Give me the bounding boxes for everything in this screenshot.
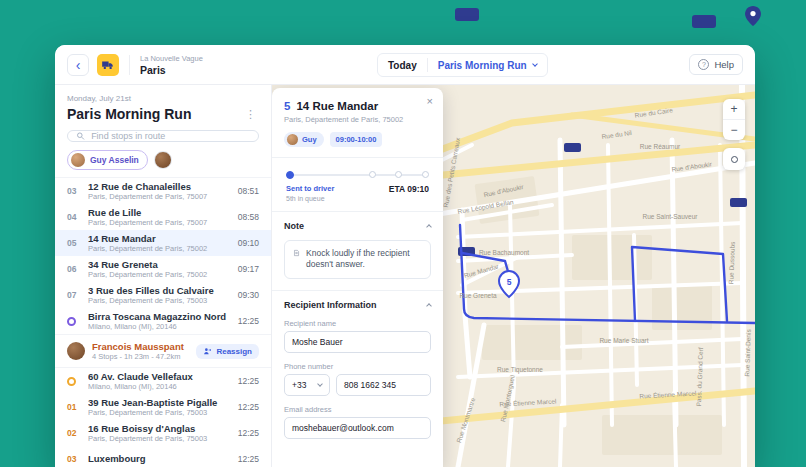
stop-number (67, 377, 81, 386)
kebab-menu-icon[interactable]: ⋮ (242, 108, 259, 121)
org-city: Paris (140, 64, 203, 76)
chevron-up-icon (426, 303, 432, 309)
driver-chip-guy-asselin[interactable]: Guy Asselin (67, 150, 148, 170)
map-canvas[interactable]: Rue de CléryRue du CaireRue du NilRue d'… (272, 85, 755, 467)
stop-eta-time: 08:51 (238, 186, 259, 196)
stop-name: 39 Rue Jean-Baptiste Pigalle (88, 397, 231, 408)
email-address-field[interactable]: moshebauer@outlook.com (284, 417, 431, 439)
recipient-name-field[interactable]: Moshe Bauer (284, 331, 431, 353)
stop-eta-time: 12:25 (238, 402, 259, 412)
top-bar: ‹ La Nouvelle Vague Paris Today Paris Mo… (55, 45, 755, 85)
stop-row[interactable]: 0634 Rue GrenetaParis, Département de Pa… (55, 256, 271, 282)
reassign-button[interactable]: Reassign (196, 344, 259, 359)
stop-address: Paris, Département de Paris, 75003 (88, 434, 231, 443)
map-pin-icon (745, 6, 761, 26)
stop-row[interactable]: 03Luxembourg12:25 (55, 446, 271, 467)
avatar (71, 153, 85, 167)
search-icon (76, 131, 85, 141)
queue-position: 5th in queue (286, 195, 334, 202)
phone-number-label: Phone number (284, 362, 431, 371)
route-title: Paris Morning Run (67, 106, 191, 122)
stop-address: Paris, Département de Paris, 75002 (88, 244, 231, 253)
stop-name: 60 Av. Claude Vellefaux (88, 371, 231, 382)
chevron-down-icon (317, 381, 323, 387)
org-block[interactable]: La Nouvelle Vague Paris (140, 54, 203, 76)
content-area: Monday, July 21st Paris Morning Run ⋮ Gu… (55, 85, 755, 467)
stepper-node (422, 171, 429, 178)
driver-filter-chips: Guy Asselin (67, 150, 259, 170)
stop-number: 06 (67, 264, 81, 274)
stop-name: 3 Rue des Filles du Calvaire (88, 285, 231, 296)
route-dropdown[interactable]: Paris Morning Run (438, 60, 537, 71)
sidebar-header: Monday, July 21st Paris Morning Run ⋮ (55, 85, 271, 122)
assigned-driver-chip[interactable]: Guy (284, 132, 324, 147)
avatar (67, 342, 85, 360)
marker-number: 5 (507, 277, 512, 287)
recipient-section-header[interactable]: Recipient Information (272, 291, 443, 319)
email-address-label: Email address (284, 405, 431, 414)
stop-address: Paris, Département de Paris, 75007 (88, 192, 231, 201)
driver-chip-francois-avatar[interactable] (154, 151, 172, 169)
yellow-pin-icon (67, 377, 76, 386)
stop-eta-time: 12:25 (238, 316, 259, 326)
stop-search[interactable] (67, 130, 259, 142)
chevron-up-icon (426, 224, 432, 230)
street-label: Rue Saint-Sauveur (643, 213, 699, 220)
stop-list-primary: 0312 Rue de ChanaleillesParis, Départeme… (55, 177, 271, 334)
second-driver-summary: 4 Stops - 1h 23m - 47.2km (92, 352, 184, 361)
stop-number: 05 (67, 238, 81, 248)
stop-eta-time: 12:25 (238, 454, 259, 464)
note-box: Knock loudly if the recipient doesn't an… (284, 240, 431, 279)
back-button[interactable]: ‹ (67, 54, 89, 76)
stop-row[interactable]: 0514 Rue MandarParis, Département de Par… (55, 230, 271, 256)
stepper-node (369, 171, 376, 178)
phone-number-field[interactable]: 808 1662 345 (336, 374, 431, 396)
stop-row[interactable]: Birra Toscana Magazzino NordMilano, Mila… (55, 308, 271, 334)
zoom-out-button[interactable]: − (723, 120, 745, 140)
stop-name: 34 Rue Greneta (88, 259, 231, 270)
stepper-node (395, 171, 402, 178)
help-button[interactable]: ? Help (689, 54, 743, 75)
note-section-header[interactable]: Note (272, 212, 443, 240)
locate-button[interactable] (723, 148, 745, 170)
stop-row[interactable]: 04Rue de LilleParis, Département de Pari… (55, 204, 271, 230)
stop-number (67, 317, 81, 326)
stop-list-secondary: 60 Av. Claude VellefauxMilano, Milano (M… (55, 368, 271, 467)
search-input[interactable] (91, 131, 250, 141)
zoom-in-button[interactable]: + (723, 99, 745, 119)
stop-address: Paris, Département de Paris, 75003 (88, 296, 231, 305)
stop-detail-title: 14 Rue Mandar (296, 100, 378, 112)
assigned-driver-name: Guy (302, 135, 317, 144)
stop-name: Rue de Lille (88, 207, 231, 218)
stop-address: Milano, Milano (MI), 20146 (88, 382, 231, 391)
stop-detail-panel: × 5 14 Rue Mandar Paris, Département de … (272, 88, 443, 467)
stop-address: Paris, Département de Paris, 75007 (88, 218, 231, 227)
second-driver-name: Francois Mausspant (92, 341, 184, 352)
driver-chip-label: Guy Asselin (90, 155, 139, 165)
street-label: Rue Marie Stuart (599, 337, 648, 344)
route-switcher: Today Paris Morning Run (377, 53, 548, 77)
stop-row[interactable]: 0139 Rue Jean-Baptiste PigalleParis, Dép… (55, 394, 271, 420)
country-code-select[interactable]: +33 (284, 374, 330, 396)
stop-eta-time: 12:25 (238, 376, 259, 386)
street-label: Rue Bachaumont (479, 249, 529, 256)
stop-name: Luxembourg (88, 453, 231, 464)
stop-name: 12 Rue de Chanaleilles (88, 181, 231, 192)
back-chevron-icon: ‹ (76, 58, 81, 72)
help-label: Help (714, 59, 734, 70)
stop-eta-time: 09:30 (238, 290, 259, 300)
stop-row[interactable]: 073 Rue des Filles du CalvaireParis, Dép… (55, 282, 271, 308)
country-code-value: +33 (292, 380, 306, 390)
reassign-label: Reassign (216, 347, 252, 356)
close-icon[interactable]: × (427, 96, 433, 107)
stop-address: Paris, Département de Paris, 75003 (88, 408, 231, 417)
route-sidebar: Monday, July 21st Paris Morning Run ⋮ Gu… (55, 85, 272, 467)
stop-address: Paris, Département de Paris, 75002 (88, 270, 231, 279)
stop-row[interactable]: 0312 Rue de ChanaleillesParis, Départeme… (55, 178, 271, 204)
note-section-title: Note (284, 221, 304, 231)
stop-row[interactable]: 0216 Rue Boissy d'AnglasParis, Départeme… (55, 420, 271, 446)
note-text: Knock loudly if the recipient doesn't an… (306, 248, 422, 271)
question-circle-icon: ? (698, 59, 709, 70)
stop-number: 07 (67, 290, 81, 300)
stop-row[interactable]: 60 Av. Claude VellefauxMilano, Milano (M… (55, 368, 271, 394)
